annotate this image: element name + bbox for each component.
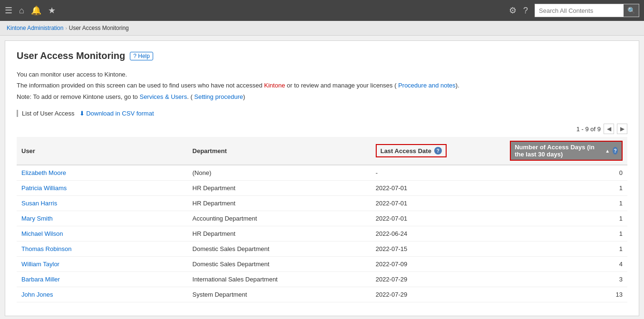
- table-row: John Jones System Department 2022-07-29 …: [17, 287, 627, 302]
- cell-last-access: 2022-07-29: [371, 287, 505, 302]
- pagination-row: 1 - 9 of 9 ◀ ▶: [17, 124, 627, 134]
- next-page-button[interactable]: ▶: [617, 124, 627, 134]
- table-row: Barbara Miller International Sales Depar…: [17, 272, 627, 287]
- search-input[interactable]: [535, 4, 624, 17]
- description: You can monitor user access to Kintone. …: [17, 69, 627, 102]
- cell-user: Susan Harris: [17, 196, 188, 211]
- cell-access-days: 3: [505, 272, 627, 287]
- help-link[interactable]: ? Help: [130, 52, 153, 60]
- cell-access-days: 1: [505, 181, 627, 196]
- cell-access-days: 1: [505, 242, 627, 257]
- breadcrumb-current: User Access Monitoring: [69, 25, 129, 31]
- cell-user: Elizabeth Moore: [17, 165, 188, 181]
- user-link[interactable]: Mary Smith: [21, 215, 53, 222]
- services-users-link[interactable]: Services & Users: [139, 93, 187, 100]
- table-row: William Taylor Domestic Sales Department…: [17, 257, 627, 272]
- desc-line1: You can monitor user access to Kintone.: [17, 69, 627, 80]
- cell-user: John Jones: [17, 287, 188, 302]
- cell-access-days: 13: [505, 287, 627, 302]
- csv-download-link[interactable]: ⬇ Download in CSV format: [79, 110, 154, 117]
- cell-last-access: 2022-07-01: [371, 211, 505, 226]
- user-link[interactable]: Thomas Robinson: [21, 245, 72, 252]
- cell-department: HR Department: [188, 226, 371, 242]
- table-row: Elizabeth Moore (None) - 0: [17, 165, 627, 181]
- table-row: Mary Smith Accounting Department 2022-07…: [17, 211, 627, 226]
- cell-department: Domestic Sales Department: [188, 242, 371, 257]
- user-link[interactable]: Susan Harris: [21, 200, 57, 207]
- prev-page-button[interactable]: ◀: [604, 124, 614, 134]
- table-row: Patricia Williams HR Department 2022-07-…: [17, 181, 627, 196]
- cell-access-days: 1: [505, 211, 627, 226]
- menu-icon[interactable]: ☰: [5, 5, 12, 16]
- user-link[interactable]: Michael Wilson: [21, 230, 63, 237]
- table-header-row: User Department Last Access Date ? Numbe…: [17, 137, 627, 165]
- cell-user: Mary Smith: [17, 211, 188, 226]
- pagination-text: 1 - 9 of 9: [576, 126, 601, 133]
- cell-department: HR Department: [188, 196, 371, 211]
- cell-department: HR Department: [188, 181, 371, 196]
- user-link[interactable]: John Jones: [21, 291, 53, 298]
- topbar: ☰ ⌂ 🔔 ★ ⚙ ? 🔍: [0, 0, 644, 21]
- breadcrumb-parent[interactable]: Kintone Administration: [7, 25, 63, 31]
- desc-line3: Note: To add or remove Kintone users, go…: [17, 91, 627, 102]
- table-row: Michael Wilson HR Department 2022-06-24 …: [17, 226, 627, 242]
- search-container: 🔍: [535, 4, 639, 17]
- section-label: List of User Access: [22, 110, 75, 117]
- cell-access-days: 1: [505, 226, 627, 242]
- cell-user: Barbara Miller: [17, 272, 188, 287]
- cell-access-days: 1: [505, 196, 627, 211]
- cell-last-access: 2022-06-24: [371, 226, 505, 242]
- procedure-link[interactable]: Procedure and notes: [398, 82, 456, 89]
- cell-department: Accounting Department: [188, 211, 371, 226]
- section-header: List of User Access ⬇ Download in CSV fo…: [17, 110, 627, 117]
- cell-last-access: -: [371, 165, 505, 181]
- cell-user: Michael Wilson: [17, 226, 188, 242]
- access-table: User Department Last Access Date ? Numbe…: [17, 137, 627, 302]
- col-header-last-access[interactable]: Last Access Date ?: [371, 137, 505, 165]
- search-button[interactable]: 🔍: [624, 4, 639, 17]
- desc-line2: The information provided on this screen …: [17, 80, 627, 91]
- col-header-access-days[interactable]: Number of Access Days (in the last 30 da…: [505, 137, 627, 165]
- star-icon[interactable]: ★: [48, 5, 56, 16]
- cell-user: Patricia Williams: [17, 181, 188, 196]
- cell-user: William Taylor: [17, 257, 188, 272]
- page-title: User Access Monitoring: [17, 50, 125, 61]
- user-link[interactable]: Barbara Miller: [21, 276, 60, 283]
- col-header-department: Department: [188, 137, 371, 165]
- cell-department: System Department: [188, 287, 371, 302]
- cell-access-days: 4: [505, 257, 627, 272]
- sort-arrow-icon: ▲: [605, 148, 610, 154]
- main-content: User Access Monitoring ? Help You can mo…: [5, 40, 639, 316]
- bell-icon[interactable]: 🔔: [31, 5, 41, 16]
- cell-department: Domestic Sales Department: [188, 257, 371, 272]
- breadcrumb-separator: ›: [65, 26, 67, 31]
- cell-department: (None): [188, 165, 371, 181]
- last-access-help-icon[interactable]: ?: [434, 147, 442, 155]
- page-title-row: User Access Monitoring ? Help: [17, 50, 627, 61]
- user-link[interactable]: Elizabeth Moore: [21, 169, 66, 176]
- cell-access-days: 0: [505, 165, 627, 181]
- cell-last-access: 2022-07-09: [371, 257, 505, 272]
- cell-last-access: 2022-07-01: [371, 196, 505, 211]
- setting-procedure-link[interactable]: Setting procedure: [194, 93, 243, 100]
- user-link[interactable]: William Taylor: [21, 261, 59, 268]
- table-row: Susan Harris HR Department 2022-07-01 1: [17, 196, 627, 211]
- breadcrumb: Kintone Administration › User Access Mon…: [0, 21, 644, 36]
- access-days-help-icon[interactable]: ?: [613, 147, 618, 155]
- kintone-text: Kintone: [264, 82, 285, 89]
- home-icon[interactable]: ⌂: [19, 6, 24, 16]
- help-icon[interactable]: ?: [523, 6, 528, 16]
- cell-last-access: 2022-07-29: [371, 272, 505, 287]
- cell-last-access: 2022-07-01: [371, 181, 505, 196]
- cell-user: Thomas Robinson: [17, 242, 188, 257]
- gear-icon[interactable]: ⚙: [509, 5, 517, 16]
- table-row: Thomas Robinson Domestic Sales Departmen…: [17, 242, 627, 257]
- user-link[interactable]: Patricia Williams: [21, 184, 67, 192]
- cell-last-access: 2022-07-15: [371, 242, 505, 257]
- col-header-user: User: [17, 137, 188, 165]
- cell-department: International Sales Department: [188, 272, 371, 287]
